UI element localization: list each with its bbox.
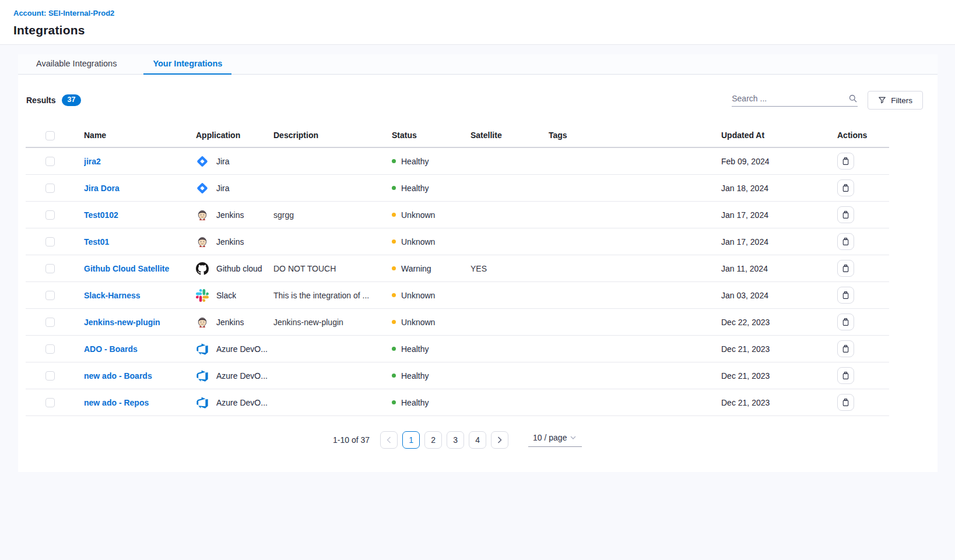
row-checkbox[interactable] <box>45 264 55 273</box>
jira-icon <box>196 155 209 168</box>
pagination-page-3[interactable]: 3 <box>447 431 464 449</box>
filters-label: Filters <box>891 96 912 105</box>
table-row: new ado - Boards Azure DevO... Healthy D… <box>26 362 889 389</box>
tab-available-integrations[interactable]: Available Integrations <box>27 54 126 75</box>
column-header-updated-at: Updated At <box>721 131 837 140</box>
row-checkbox[interactable] <box>45 344 55 354</box>
updated-at-cell: Jan 11, 2024 <box>721 264 837 273</box>
pagination-page-2[interactable]: 2 <box>424 431 442 449</box>
pagination-page-1[interactable]: 1 <box>402 431 420 449</box>
status-label: Unknown <box>401 318 435 327</box>
pagination-range: 1-10 of 37 <box>333 435 370 445</box>
integration-name-link[interactable]: Jira Dora <box>84 184 120 193</box>
pagination-prev-button[interactable] <box>380 431 398 449</box>
status-cell: Healthy <box>392 398 471 407</box>
description-cell: Jenkins-new-plugin <box>273 318 392 327</box>
delete-button[interactable] <box>837 394 854 411</box>
pagination-page-4[interactable]: 4 <box>469 431 486 449</box>
updated-at-cell: Jan 18, 2024 <box>721 184 837 193</box>
table-row: Test01 Jenkins Unknown Jan 17, 2024 <box>26 228 889 255</box>
slack-icon <box>196 289 209 302</box>
status-label: Unknown <box>401 210 435 220</box>
status-cell: Healthy <box>392 371 471 381</box>
status-cell: Unknown <box>392 210 471 220</box>
delete-button[interactable] <box>837 314 854 330</box>
status-label: Healthy <box>401 184 429 193</box>
trash-icon <box>841 210 850 219</box>
status-dot-icon <box>392 159 396 163</box>
select-all-checkbox[interactable] <box>45 131 55 140</box>
integration-name-link[interactable]: Jenkins-new-plugin <box>84 318 160 327</box>
integration-name-link[interactable]: Github Cloud Satellite <box>84 264 169 273</box>
integration-name-link[interactable]: Test01 <box>84 237 109 246</box>
delete-button[interactable] <box>837 206 854 223</box>
integration-name-link[interactable]: Slack-Harness <box>84 291 141 300</box>
row-checkbox[interactable] <box>45 157 55 166</box>
status-cell: Warning <box>392 264 471 273</box>
toolbar-right: Filters <box>732 91 930 110</box>
delete-button[interactable] <box>837 153 854 170</box>
table-row: Test0102 Jenkins sgrgg Unknown Jan 17, 2… <box>26 202 889 228</box>
trash-icon <box>841 371 850 380</box>
status-dot-icon <box>392 266 396 270</box>
column-header-description: Description <box>273 131 392 140</box>
filters-button[interactable]: Filters <box>868 91 923 110</box>
application-label: Jira <box>216 184 230 193</box>
application-label: Slack <box>216 291 236 300</box>
application-label: Azure DevO... <box>216 344 268 354</box>
trash-icon <box>841 237 850 246</box>
toolbar: Results 37 Filters <box>26 90 930 110</box>
delete-button[interactable] <box>837 340 854 357</box>
tab-panel: Results 37 Filters <box>18 90 938 472</box>
row-checkbox[interactable] <box>45 398 55 407</box>
search-input[interactable] <box>732 94 848 103</box>
delete-button[interactable] <box>837 287 854 304</box>
pagination-next-button[interactable] <box>491 431 508 449</box>
delete-button[interactable] <box>837 179 854 196</box>
trash-icon <box>841 318 850 326</box>
integration-name-link[interactable]: new ado - Boards <box>84 371 152 381</box>
table-row: Slack-Harness Slack This is the integrat… <box>26 282 889 309</box>
filter-funnel-icon <box>878 96 886 104</box>
status-dot-icon <box>392 347 396 351</box>
trash-icon <box>841 157 850 165</box>
trash-icon <box>841 184 850 192</box>
account-link[interactable]: Account: SEI-Internal-Prod2 <box>13 9 114 17</box>
results-count-badge: 37 <box>62 94 82 106</box>
column-header-name: Name <box>84 131 196 140</box>
application-label: Github cloud <box>216 264 262 273</box>
azure-icon <box>196 343 209 355</box>
status-label: Unknown <box>401 291 435 300</box>
status-label: Healthy <box>401 398 429 407</box>
application-label: Azure DevO... <box>216 371 268 381</box>
row-checkbox[interactable] <box>45 210 55 220</box>
tab-your-integrations[interactable]: Your Integrations <box>143 54 231 75</box>
application-label: Jenkins <box>216 237 244 246</box>
row-checkbox[interactable] <box>45 371 55 381</box>
delete-button[interactable] <box>837 260 854 277</box>
updated-at-cell: Dec 21, 2023 <box>721 398 837 407</box>
integration-name-link[interactable]: jira2 <box>84 157 101 166</box>
updated-at-cell: Jan 17, 2024 <box>721 237 837 246</box>
integration-name-link[interactable]: new ado - Repos <box>84 398 149 407</box>
column-header-status: Status <box>392 131 471 140</box>
page-size-select[interactable]: 10 / page <box>528 433 582 447</box>
status-dot-icon <box>392 400 396 404</box>
delete-button[interactable] <box>837 233 854 250</box>
chevron-left-icon <box>387 436 391 443</box>
row-checkbox[interactable] <box>45 184 55 193</box>
integration-name-link[interactable]: ADO - Boards <box>84 344 138 354</box>
row-checkbox[interactable] <box>45 318 55 327</box>
status-dot-icon <box>392 293 396 297</box>
table-row: Github Cloud Satellite Github cloud DO N… <box>26 255 889 282</box>
status-dot-icon <box>392 213 396 217</box>
search-icon[interactable] <box>848 94 858 103</box>
integration-name-link[interactable]: Test0102 <box>84 210 118 220</box>
table-body: jira2 Jira Healthy Feb 09, 2024 Jira Dor… <box>26 148 889 416</box>
delete-button[interactable] <box>837 367 854 384</box>
row-checkbox[interactable] <box>45 237 55 246</box>
status-dot-icon <box>392 240 396 244</box>
row-checkbox[interactable] <box>45 291 55 300</box>
application-label: Jenkins <box>216 318 244 327</box>
status-cell: Unknown <box>392 318 471 327</box>
